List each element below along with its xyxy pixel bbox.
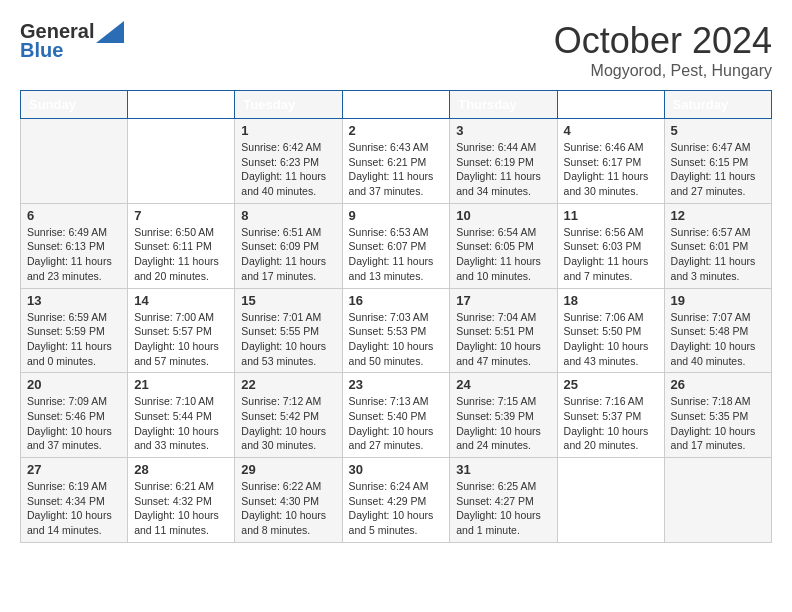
- day-number: 16: [349, 293, 444, 308]
- day-number: 1: [241, 123, 335, 138]
- calendar-cell: 18Sunrise: 7:06 AM Sunset: 5:50 PM Dayli…: [557, 288, 664, 373]
- calendar-week-row: 6Sunrise: 6:49 AM Sunset: 6:13 PM Daylig…: [21, 203, 772, 288]
- day-info: Sunrise: 7:13 AM Sunset: 5:40 PM Dayligh…: [349, 394, 444, 453]
- day-number: 29: [241, 462, 335, 477]
- day-info: Sunrise: 7:12 AM Sunset: 5:42 PM Dayligh…: [241, 394, 335, 453]
- day-number: 15: [241, 293, 335, 308]
- day-info: Sunrise: 6:47 AM Sunset: 6:15 PM Dayligh…: [671, 140, 765, 199]
- day-number: 25: [564, 377, 658, 392]
- calendar-cell: 14Sunrise: 7:00 AM Sunset: 5:57 PM Dayli…: [128, 288, 235, 373]
- calendar-cell: 31Sunrise: 6:25 AM Sunset: 4:27 PM Dayli…: [450, 458, 557, 543]
- day-info: Sunrise: 6:25 AM Sunset: 4:27 PM Dayligh…: [456, 479, 550, 538]
- calendar-cell: 7Sunrise: 6:50 AM Sunset: 6:11 PM Daylig…: [128, 203, 235, 288]
- calendar-cell: 4Sunrise: 6:46 AM Sunset: 6:17 PM Daylig…: [557, 119, 664, 204]
- day-number: 11: [564, 208, 658, 223]
- day-number: 9: [349, 208, 444, 223]
- day-number: 7: [134, 208, 228, 223]
- day-number: 24: [456, 377, 550, 392]
- day-info: Sunrise: 7:07 AM Sunset: 5:48 PM Dayligh…: [671, 310, 765, 369]
- calendar-cell: 20Sunrise: 7:09 AM Sunset: 5:46 PM Dayli…: [21, 373, 128, 458]
- day-number: 28: [134, 462, 228, 477]
- day-info: Sunrise: 7:00 AM Sunset: 5:57 PM Dayligh…: [134, 310, 228, 369]
- logo: General Blue: [20, 20, 124, 62]
- day-number: 12: [671, 208, 765, 223]
- calendar-cell: 12Sunrise: 6:57 AM Sunset: 6:01 PM Dayli…: [664, 203, 771, 288]
- day-number: 20: [27, 377, 121, 392]
- day-info: Sunrise: 7:01 AM Sunset: 5:55 PM Dayligh…: [241, 310, 335, 369]
- day-number: 13: [27, 293, 121, 308]
- day-number: 22: [241, 377, 335, 392]
- location: Mogyorod, Pest, Hungary: [554, 62, 772, 80]
- calendar-cell: 30Sunrise: 6:24 AM Sunset: 4:29 PM Dayli…: [342, 458, 450, 543]
- day-number: 14: [134, 293, 228, 308]
- day-number: 8: [241, 208, 335, 223]
- calendar-week-row: 13Sunrise: 6:59 AM Sunset: 5:59 PM Dayli…: [21, 288, 772, 373]
- day-info: Sunrise: 6:46 AM Sunset: 6:17 PM Dayligh…: [564, 140, 658, 199]
- day-info: Sunrise: 6:44 AM Sunset: 6:19 PM Dayligh…: [456, 140, 550, 199]
- calendar-cell: 9Sunrise: 6:53 AM Sunset: 6:07 PM Daylig…: [342, 203, 450, 288]
- day-info: Sunrise: 6:57 AM Sunset: 6:01 PM Dayligh…: [671, 225, 765, 284]
- day-info: Sunrise: 6:59 AM Sunset: 5:59 PM Dayligh…: [27, 310, 121, 369]
- calendar-week-row: 20Sunrise: 7:09 AM Sunset: 5:46 PM Dayli…: [21, 373, 772, 458]
- day-number: 19: [671, 293, 765, 308]
- page-container: General Blue October 2024 Mogyorod, Pest…: [20, 20, 772, 543]
- calendar-header-row: Sunday Monday Tuesday Wednesday Thursday…: [21, 91, 772, 119]
- calendar-week-row: 1Sunrise: 6:42 AM Sunset: 6:23 PM Daylig…: [21, 119, 772, 204]
- calendar-week-row: 27Sunrise: 6:19 AM Sunset: 4:34 PM Dayli…: [21, 458, 772, 543]
- logo-icon: [96, 21, 124, 43]
- day-info: Sunrise: 6:56 AM Sunset: 6:03 PM Dayligh…: [564, 225, 658, 284]
- day-number: 10: [456, 208, 550, 223]
- day-number: 4: [564, 123, 658, 138]
- day-info: Sunrise: 6:21 AM Sunset: 4:32 PM Dayligh…: [134, 479, 228, 538]
- calendar-cell: 5Sunrise: 6:47 AM Sunset: 6:15 PM Daylig…: [664, 119, 771, 204]
- day-number: 17: [456, 293, 550, 308]
- day-info: Sunrise: 7:18 AM Sunset: 5:35 PM Dayligh…: [671, 394, 765, 453]
- calendar-cell: 2Sunrise: 6:43 AM Sunset: 6:21 PM Daylig…: [342, 119, 450, 204]
- calendar-cell: 26Sunrise: 7:18 AM Sunset: 5:35 PM Dayli…: [664, 373, 771, 458]
- calendar-cell: 3Sunrise: 6:44 AM Sunset: 6:19 PM Daylig…: [450, 119, 557, 204]
- day-number: 30: [349, 462, 444, 477]
- day-info: Sunrise: 6:49 AM Sunset: 6:13 PM Dayligh…: [27, 225, 121, 284]
- logo-blue: Blue: [20, 39, 63, 62]
- day-info: Sunrise: 6:19 AM Sunset: 4:34 PM Dayligh…: [27, 479, 121, 538]
- calendar-cell: 24Sunrise: 7:15 AM Sunset: 5:39 PM Dayli…: [450, 373, 557, 458]
- day-info: Sunrise: 7:03 AM Sunset: 5:53 PM Dayligh…: [349, 310, 444, 369]
- day-number: 3: [456, 123, 550, 138]
- header-thursday: Thursday: [450, 91, 557, 119]
- day-number: 23: [349, 377, 444, 392]
- calendar-cell: 10Sunrise: 6:54 AM Sunset: 6:05 PM Dayli…: [450, 203, 557, 288]
- header-tuesday: Tuesday: [235, 91, 342, 119]
- day-info: Sunrise: 6:51 AM Sunset: 6:09 PM Dayligh…: [241, 225, 335, 284]
- day-info: Sunrise: 7:04 AM Sunset: 5:51 PM Dayligh…: [456, 310, 550, 369]
- day-info: Sunrise: 6:54 AM Sunset: 6:05 PM Dayligh…: [456, 225, 550, 284]
- calendar-cell: 15Sunrise: 7:01 AM Sunset: 5:55 PM Dayli…: [235, 288, 342, 373]
- calendar-cell: 29Sunrise: 6:22 AM Sunset: 4:30 PM Dayli…: [235, 458, 342, 543]
- day-info: Sunrise: 7:09 AM Sunset: 5:46 PM Dayligh…: [27, 394, 121, 453]
- day-number: 18: [564, 293, 658, 308]
- day-number: 31: [456, 462, 550, 477]
- calendar-cell: 19Sunrise: 7:07 AM Sunset: 5:48 PM Dayli…: [664, 288, 771, 373]
- title-section: October 2024 Mogyorod, Pest, Hungary: [554, 20, 772, 80]
- day-number: 27: [27, 462, 121, 477]
- day-info: Sunrise: 6:50 AM Sunset: 6:11 PM Dayligh…: [134, 225, 228, 284]
- header: General Blue October 2024 Mogyorod, Pest…: [20, 20, 772, 80]
- calendar-cell: 25Sunrise: 7:16 AM Sunset: 5:37 PM Dayli…: [557, 373, 664, 458]
- day-number: 2: [349, 123, 444, 138]
- calendar-cell: 6Sunrise: 6:49 AM Sunset: 6:13 PM Daylig…: [21, 203, 128, 288]
- header-saturday: Saturday: [664, 91, 771, 119]
- calendar-cell: 8Sunrise: 6:51 AM Sunset: 6:09 PM Daylig…: [235, 203, 342, 288]
- calendar-cell: [128, 119, 235, 204]
- month-title: October 2024: [554, 20, 772, 62]
- day-info: Sunrise: 6:24 AM Sunset: 4:29 PM Dayligh…: [349, 479, 444, 538]
- calendar-cell: 1Sunrise: 6:42 AM Sunset: 6:23 PM Daylig…: [235, 119, 342, 204]
- day-info: Sunrise: 6:43 AM Sunset: 6:21 PM Dayligh…: [349, 140, 444, 199]
- calendar-cell: 22Sunrise: 7:12 AM Sunset: 5:42 PM Dayli…: [235, 373, 342, 458]
- calendar-cell: 23Sunrise: 7:13 AM Sunset: 5:40 PM Dayli…: [342, 373, 450, 458]
- calendar-cell: 27Sunrise: 6:19 AM Sunset: 4:34 PM Dayli…: [21, 458, 128, 543]
- calendar-cell: 21Sunrise: 7:10 AM Sunset: 5:44 PM Dayli…: [128, 373, 235, 458]
- day-number: 6: [27, 208, 121, 223]
- calendar-cell: [21, 119, 128, 204]
- day-number: 21: [134, 377, 228, 392]
- calendar-cell: 17Sunrise: 7:04 AM Sunset: 5:51 PM Dayli…: [450, 288, 557, 373]
- header-monday: Monday: [128, 91, 235, 119]
